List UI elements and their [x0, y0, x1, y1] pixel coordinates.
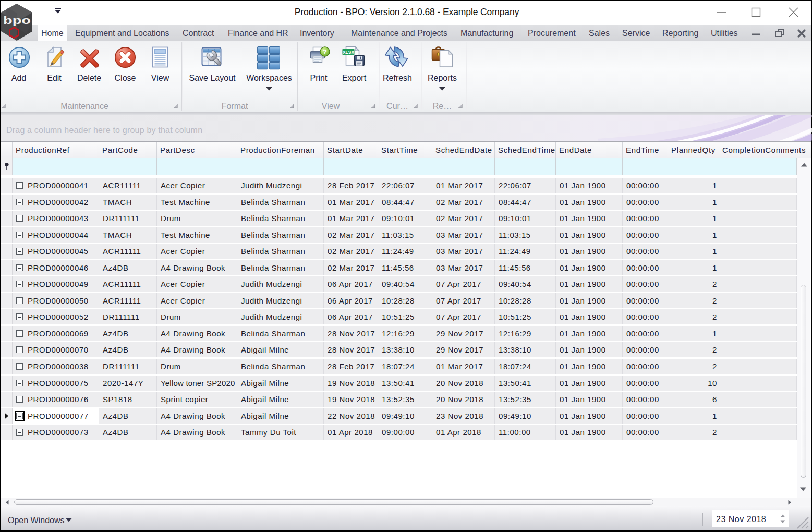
svg-text:bpo: bpo [3, 15, 31, 27]
svg-text:XLSX: XLSX [343, 50, 355, 55]
svg-text:?: ? [323, 48, 327, 56]
